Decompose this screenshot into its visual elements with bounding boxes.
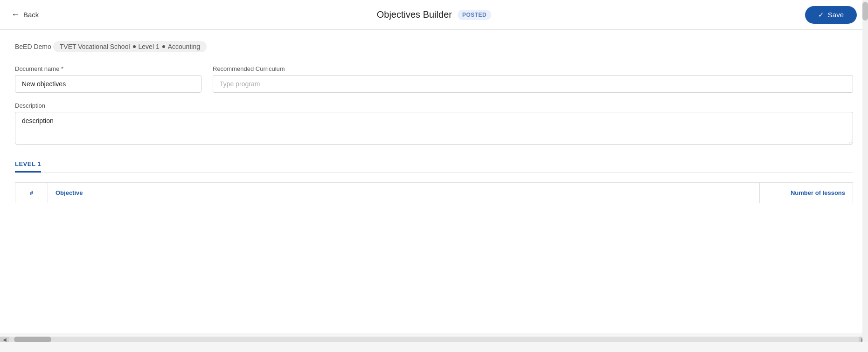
form-row-1: Document name * Recommended Curriculum xyxy=(15,65,853,93)
description-input[interactable]: description xyxy=(15,112,853,145)
level-1-tab[interactable]: LEVEL 1 xyxy=(15,160,41,173)
breadcrumb-subject: Accounting xyxy=(168,43,200,50)
save-label: Save xyxy=(828,11,844,19)
checkmark-icon: ✓ xyxy=(818,11,824,19)
document-name-group: Document name * xyxy=(15,65,201,93)
breadcrumb-tag: TVET Vocational School Level 1 Accountin… xyxy=(53,41,207,52)
level-divider xyxy=(15,173,853,173)
v-scrollbar-thumb[interactable] xyxy=(862,2,868,21)
save-button[interactable]: ✓ Save xyxy=(805,6,857,24)
description-label: Description xyxy=(15,102,853,109)
recommended-curriculum-input[interactable] xyxy=(213,75,853,93)
breadcrumb: BeED Demo TVET Vocational School Level 1… xyxy=(15,41,853,52)
document-name-label: Document name * xyxy=(15,65,201,72)
col-num-header: # xyxy=(15,183,48,203)
table-header-row: # Objective Number of lessons xyxy=(15,183,853,203)
back-arrow-icon: ← xyxy=(11,10,20,20)
status-badge: POSTED xyxy=(458,10,491,20)
col-lessons-header: Number of lessons xyxy=(760,183,853,203)
header: ← Back Objectives Builder POSTED ✓ Save xyxy=(0,0,868,30)
back-label: Back xyxy=(23,11,39,19)
scrollbar-thumb[interactable] xyxy=(14,337,51,342)
table-header: # Objective Number of lessons xyxy=(15,183,853,203)
breadcrumb-school: TVET Vocational School xyxy=(60,43,130,50)
header-center: Objectives Builder POSTED xyxy=(377,9,492,20)
back-button[interactable]: ← Back xyxy=(11,10,39,20)
recommended-curriculum-label: Recommended Curriculum xyxy=(213,65,853,72)
horizontal-scrollbar[interactable]: ◀ ▶ xyxy=(0,337,868,342)
level-section: LEVEL 1 # Objective Number of lessons xyxy=(15,159,853,203)
description-group: Description description xyxy=(15,102,853,145)
breadcrumb-dot-1 xyxy=(133,45,136,48)
breadcrumb-org: BeED Demo xyxy=(15,43,51,50)
vertical-scrollbar[interactable] xyxy=(862,0,868,342)
page-title: Objectives Builder xyxy=(377,9,452,20)
col-objective-header: Objective xyxy=(48,183,760,203)
recommended-curriculum-group: Recommended Curriculum xyxy=(213,65,853,93)
breadcrumb-level: Level 1 xyxy=(139,43,160,50)
objectives-table: # Objective Number of lessons xyxy=(15,182,853,203)
document-name-input[interactable] xyxy=(15,75,201,93)
scroll-left-arrow[interactable]: ◀ xyxy=(0,337,9,342)
main-content: BeED Demo TVET Vocational School Level 1… xyxy=(0,30,868,333)
breadcrumb-dot-2 xyxy=(162,45,165,48)
